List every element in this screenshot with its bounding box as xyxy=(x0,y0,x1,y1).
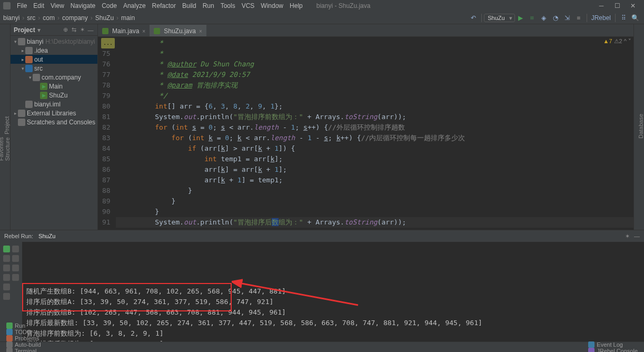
editor-tabstrip: Main.java×ShuZu.java× xyxy=(98,24,644,37)
fold-indicator[interactable]: ... xyxy=(101,38,115,48)
menu-build[interactable]: Build xyxy=(179,2,200,9)
menu-run[interactable]: Run xyxy=(200,2,217,9)
window-title: bianyi - ShuZu.java xyxy=(316,2,371,9)
menu-code[interactable]: Code xyxy=(98,2,120,9)
app-logo-icon xyxy=(3,2,11,9)
breadcrumb-0[interactable]: bianyi xyxy=(3,14,19,22)
run-icon xyxy=(6,322,13,329)
menu-file[interactable]: File xyxy=(14,2,30,9)
nav-bar: bianyisrccomcompanyShuZumain ↶ ShuZu ▾ ▶… xyxy=(0,12,644,24)
scroll-icon[interactable] xyxy=(12,274,19,281)
run-tool-window: Rebel Run: ShuZu ✶ — 随机产生数组B: [944, 663,… xyxy=(0,230,644,341)
debug-button[interactable]: ⌗ xyxy=(528,13,537,23)
tree-item-shuzu[interactable]: ▶ShuZu xyxy=(11,91,97,100)
stop-run-icon[interactable] xyxy=(3,255,10,262)
project-settings-icon[interactable]: ✶ xyxy=(78,26,86,33)
project-panel: Project ▾ ⊕ ⇆ ✶ — ▾bianyiH:\Desktop\bian… xyxy=(11,24,98,230)
coverage-button[interactable]: ◈ xyxy=(539,13,549,23)
tree-item-src[interactable]: ▾src xyxy=(11,64,97,73)
tree-item--idea[interactable]: ▸.idea xyxy=(11,46,97,55)
close-button[interactable]: ✕ xyxy=(625,2,641,9)
menu-window[interactable]: Window xyxy=(257,2,286,9)
layout-icon[interactable] xyxy=(3,265,10,271)
attach-button[interactable]: ⇲ xyxy=(562,13,572,23)
down-icon[interactable] xyxy=(12,255,19,262)
run-panel-gear-icon[interactable]: ✶ xyxy=(625,233,630,240)
stop-button[interactable]: ■ xyxy=(574,13,583,23)
wrap-icon[interactable] xyxy=(12,265,19,271)
breadcrumb-4[interactable]: ShuZu xyxy=(88,14,114,22)
menu-bar: FileEditViewNavigateCodeAnalyzeRefactorB… xyxy=(0,0,644,12)
todo-icon xyxy=(588,341,595,348)
breadcrumb-2[interactable]: com xyxy=(35,14,55,22)
bottom-tool-event-log[interactable]: Event Log xyxy=(585,341,641,348)
editor-gutter: 74757677787980818283848586878889909192 xyxy=(98,37,116,230)
maximize-button[interactable]: ☐ xyxy=(609,2,625,9)
menu-vcs[interactable]: VCS xyxy=(239,2,258,9)
tab-close-icon[interactable]: × xyxy=(142,28,145,34)
bottom-tool-jrebel-console[interactable]: JRebel Console xyxy=(585,348,641,353)
jrebel-link[interactable]: JRebel xyxy=(591,14,611,22)
java-class-icon xyxy=(102,28,108,34)
profile-button[interactable]: ◔ xyxy=(551,13,560,23)
run-panel-title: Rebel Run: xyxy=(4,233,33,239)
breadcrumb-3[interactable]: company xyxy=(55,14,88,22)
tree-item-scratches-and-consoles[interactable]: Scratches and Consoles xyxy=(11,118,97,126)
build-icon xyxy=(6,341,13,348)
menu-refactor[interactable]: Refactor xyxy=(149,2,179,9)
trash-icon[interactable] xyxy=(3,293,10,300)
tool-stripe-database[interactable]: Database xyxy=(638,27,644,224)
menu-help[interactable]: Help xyxy=(286,2,306,9)
up-icon[interactable] xyxy=(12,246,19,252)
tab-close-icon[interactable]: × xyxy=(199,28,202,34)
ide-updates-icon[interactable]: ⠿ xyxy=(619,13,628,23)
project-hide-icon[interactable]: — xyxy=(87,27,94,33)
bottom-tool-terminal[interactable]: Terminal xyxy=(3,348,46,353)
editor-area: Main.java×ShuZu.java× ... 74757677787980… xyxy=(98,24,644,230)
rerun-icon[interactable] xyxy=(3,246,10,252)
tree-item-main[interactable]: ▶Main xyxy=(11,82,97,91)
project-panel-title: Project xyxy=(14,26,35,34)
run-panel-hide-icon[interactable]: — xyxy=(634,233,640,239)
left-tool-stripe: Project xyxy=(0,24,11,230)
tree-item-com-company[interactable]: ▾com.company xyxy=(11,73,97,82)
inspection-widget[interactable]: ▲7 ⚠2 ^ ˅ xyxy=(603,38,631,45)
clear-icon[interactable] xyxy=(3,283,10,290)
tree-item-bianyi[interactable]: ▾bianyiH:\Desktop\bianyi xyxy=(11,37,97,46)
back-icon[interactable]: ↶ xyxy=(469,13,478,23)
java-class-icon xyxy=(154,28,160,34)
breadcrumb-1[interactable]: src xyxy=(19,14,35,22)
minimize-button[interactable]: ─ xyxy=(593,2,609,9)
tree-item-out[interactable]: ▸out xyxy=(11,55,97,64)
menu-tools[interactable]: Tools xyxy=(217,2,239,9)
tree-item-external-libraries[interactable]: ▸External Libraries xyxy=(11,109,97,118)
jreb-icon xyxy=(588,348,595,353)
menu-edit[interactable]: Edit xyxy=(30,2,47,9)
code-editor[interactable]: ... 747576777879808182838485868788899091… xyxy=(98,37,644,230)
bottom-tool-auto-build[interactable]: Auto-build xyxy=(3,341,46,348)
menu-analyze[interactable]: Analyze xyxy=(120,2,149,9)
run-panel-tab[interactable]: ShuZu xyxy=(38,233,55,239)
bottom-tool-bar: RunTODOProblemsAuto-buildTerminalProfile… xyxy=(0,341,644,352)
problems-icon xyxy=(6,335,13,341)
project-tree[interactable]: ▾bianyiH:\Desktop\bianyi▸.idea▸out▾src▾c… xyxy=(11,36,97,230)
menu-navigate[interactable]: Navigate xyxy=(67,2,98,9)
print-icon[interactable] xyxy=(3,274,10,281)
run-config-combo[interactable]: ShuZu ▾ xyxy=(484,14,514,22)
editor-tab-shuzu-java[interactable]: ShuZu.java× xyxy=(150,25,206,36)
project-select-icon[interactable]: ⇆ xyxy=(70,26,77,33)
tool-stripe-favorites[interactable]: Favorites xyxy=(0,137,4,161)
console-output[interactable]: 随机产生数组B: [944, 663, 961, 708, 102, 265, … xyxy=(22,242,644,341)
breadcrumb-5[interactable]: main xyxy=(114,14,135,22)
todo-icon xyxy=(6,329,13,335)
search-everywhere-icon[interactable]: 🔍 xyxy=(630,13,640,23)
project-collapse-icon[interactable]: ⊕ xyxy=(62,26,69,33)
terminal-icon xyxy=(6,348,13,353)
run-button[interactable]: ▶ xyxy=(516,13,526,23)
tree-item-bianyi-iml[interactable]: bianyi.iml xyxy=(11,100,97,109)
right-tool-stripe: Database xyxy=(633,24,644,230)
editor-tab-main-java[interactable]: Main.java× xyxy=(98,25,150,36)
menu-view[interactable]: View xyxy=(47,2,67,9)
tool-stripe-project[interactable]: Project xyxy=(4,28,10,222)
tool-stripe-structure[interactable]: Structure xyxy=(4,137,11,161)
